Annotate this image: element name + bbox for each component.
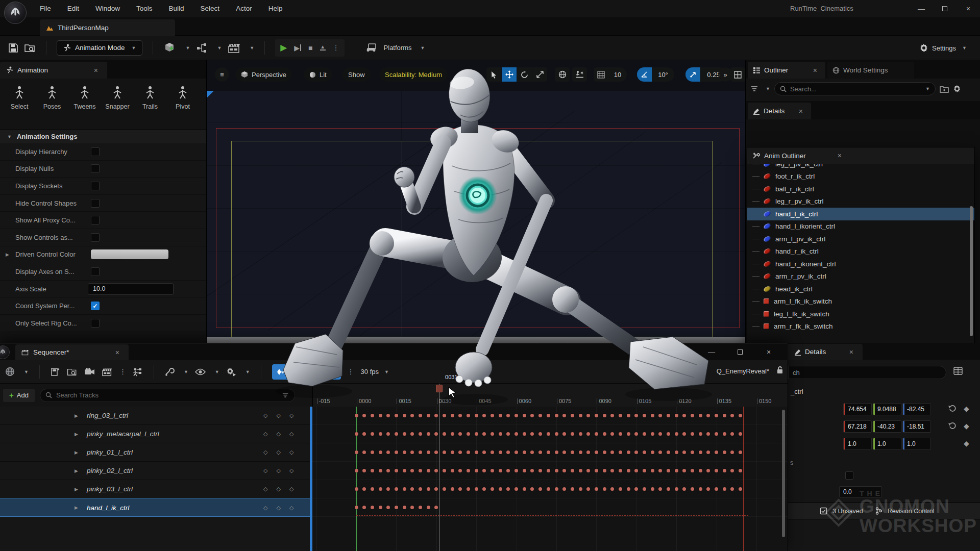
keyframe-dot[interactable] bbox=[603, 450, 606, 454]
keyframe-dot[interactable] bbox=[458, 414, 462, 417]
keyframe-dot[interactable] bbox=[667, 487, 670, 491]
keyframe-dot[interactable] bbox=[386, 506, 390, 509]
keyframe-dot[interactable] bbox=[706, 432, 710, 436]
tab-details-bottom[interactable]: Details × bbox=[785, 344, 863, 360]
keyframe-dot[interactable] bbox=[547, 487, 550, 491]
z-value-field[interactable]: -82.45 bbox=[902, 403, 931, 415]
z-value-field[interactable]: -18.51 bbox=[902, 420, 931, 433]
keyframe-dot[interactable] bbox=[610, 414, 614, 417]
eye-icon[interactable] bbox=[195, 368, 206, 375]
sequencer-options-icon[interactable]: ⋮ bbox=[119, 368, 126, 375]
keyframe-dot[interactable] bbox=[651, 487, 654, 491]
animation-tool-button[interactable]: Poses bbox=[36, 86, 68, 129]
select-tool-button[interactable] bbox=[486, 67, 501, 82]
close-icon[interactable]: × bbox=[112, 348, 122, 357]
keyframe-dot[interactable] bbox=[547, 450, 550, 454]
keyframe-dot[interactable] bbox=[514, 450, 518, 454]
keyframe-dot[interactable] bbox=[419, 487, 422, 491]
control-row[interactable]: hand_l_ik_ctrl bbox=[747, 208, 974, 220]
keyframe-dot[interactable] bbox=[523, 432, 526, 436]
keyframe-dot[interactable] bbox=[467, 432, 470, 436]
play-button[interactable]: ▶ bbox=[280, 42, 287, 53]
y-value-field[interactable]: -40.23 bbox=[873, 420, 901, 433]
angle-snap-value[interactable]: 10° bbox=[652, 67, 674, 82]
keyframe-dot[interactable] bbox=[610, 450, 614, 454]
keyframe-dot[interactable] bbox=[499, 414, 502, 417]
next-key-icon[interactable]: ◇ bbox=[289, 431, 293, 437]
keyframe-dot[interactable] bbox=[730, 487, 734, 491]
keyframe-dot[interactable] bbox=[419, 414, 422, 417]
unsaved-count[interactable]: 3 Unsaved bbox=[832, 508, 863, 515]
keyframe-dot[interactable] bbox=[658, 450, 662, 454]
keyframe-dot[interactable] bbox=[643, 414, 646, 417]
keyframe-dot[interactable] bbox=[434, 414, 438, 417]
keyframe-dot[interactable] bbox=[451, 414, 454, 417]
menu-item[interactable]: Tools bbox=[128, 0, 161, 17]
keyframe-dot[interactable] bbox=[739, 432, 742, 436]
keyframe-dot[interactable] bbox=[403, 469, 406, 472]
keyframe-dot[interactable] bbox=[691, 450, 694, 454]
keyframe-dot[interactable] bbox=[395, 487, 398, 491]
curve-pen-icon[interactable] bbox=[296, 367, 305, 377]
track-row[interactable]: ▶ pinky_02_l_ctrl ◇ ◇ ◇ bbox=[0, 462, 312, 480]
menu-item[interactable]: Build bbox=[161, 0, 192, 17]
scrollbar[interactable] bbox=[970, 206, 973, 336]
add-actor-icon[interactable] bbox=[163, 42, 177, 54]
keyframe-icon[interactable]: ◆ bbox=[964, 439, 969, 447]
keyframe-dot[interactable] bbox=[523, 450, 526, 454]
animation-tool-button[interactable]: Select bbox=[3, 86, 36, 129]
keyframe-dot[interactable] bbox=[371, 450, 374, 454]
playback-options-icon[interactable] bbox=[226, 367, 236, 377]
keyframe-dot[interactable] bbox=[739, 450, 742, 454]
chevron-down-icon[interactable]: ▼ bbox=[246, 369, 250, 374]
keyframe-dot[interactable] bbox=[571, 469, 574, 472]
chevron-down-icon[interactable]: ▼ bbox=[766, 86, 770, 91]
keyframe-dot[interactable] bbox=[419, 469, 422, 472]
setting-checkbox[interactable]: ✓ bbox=[91, 216, 100, 224]
keyframe-dot[interactable] bbox=[595, 469, 598, 472]
keyframe-dot[interactable] bbox=[730, 469, 734, 472]
details-search-input[interactable]: ch bbox=[788, 366, 946, 379]
keyframe-dot[interactable] bbox=[538, 469, 542, 472]
keyframe-dot[interactable] bbox=[555, 450, 558, 454]
platforms-icon[interactable] bbox=[365, 43, 378, 53]
y-value-field[interactable]: 9.0488 bbox=[873, 403, 901, 415]
expander-icon[interactable]: ▶ bbox=[75, 505, 78, 510]
keyframe-dot[interactable] bbox=[730, 432, 734, 436]
track-row[interactable]: ▶ ring_03_l_ctrl ◇ ◇ ◇ bbox=[0, 407, 312, 425]
prev-key-icon[interactable]: ◇ bbox=[263, 412, 267, 419]
expander-icon[interactable]: ▶ bbox=[75, 450, 78, 455]
keyframe-dot[interactable] bbox=[379, 506, 382, 509]
keyframe-dot[interactable] bbox=[362, 450, 366, 454]
keyframe-dot[interactable] bbox=[651, 414, 654, 417]
control-row[interactable]: hand_r_ik_ctrl bbox=[747, 245, 974, 258]
keyframe-dot[interactable] bbox=[530, 450, 534, 454]
blueprints-icon[interactable] bbox=[196, 42, 208, 54]
chevron-down-icon[interactable]: ▼ bbox=[215, 369, 219, 374]
actor-sequence-icon[interactable] bbox=[133, 367, 143, 377]
setting-checkbox[interactable]: ✓ bbox=[91, 267, 100, 276]
prev-key-icon[interactable]: ◇ bbox=[263, 449, 267, 456]
close-icon[interactable]: × bbox=[846, 348, 856, 356]
fps-dropdown[interactable]: 30 fps ▼ bbox=[361, 368, 389, 375]
render-movie-icon[interactable] bbox=[102, 367, 113, 377]
surface-snapping-button[interactable] bbox=[572, 67, 587, 82]
keyframe-dot[interactable] bbox=[475, 450, 478, 454]
viewport[interactable]: ≡ Perspective Lit Show Scalability: Medi… bbox=[207, 60, 745, 344]
setting-checkbox[interactable]: ✓ bbox=[91, 164, 100, 173]
keyframe-dot[interactable] bbox=[355, 487, 358, 491]
keyframe-dot[interactable] bbox=[619, 469, 622, 472]
revert-icon[interactable] bbox=[948, 422, 957, 429]
keyframe-lane[interactable] bbox=[312, 480, 788, 498]
keyframe-dot[interactable] bbox=[427, 414, 430, 417]
next-key-icon[interactable]: ◇ bbox=[289, 449, 293, 456]
keyframe-dot[interactable] bbox=[379, 432, 382, 436]
keyframe-dot[interactable] bbox=[427, 506, 430, 509]
setting-checkbox[interactable]: ✓ bbox=[91, 319, 100, 328]
keyframe-dot[interactable] bbox=[475, 414, 478, 417]
keyframe-dot[interactable] bbox=[395, 414, 398, 417]
close-icon[interactable]: × bbox=[835, 152, 845, 160]
keyframe-dot[interactable] bbox=[658, 469, 662, 472]
keyframe-dot[interactable] bbox=[499, 487, 502, 491]
keyframe-dot[interactable] bbox=[586, 487, 590, 491]
